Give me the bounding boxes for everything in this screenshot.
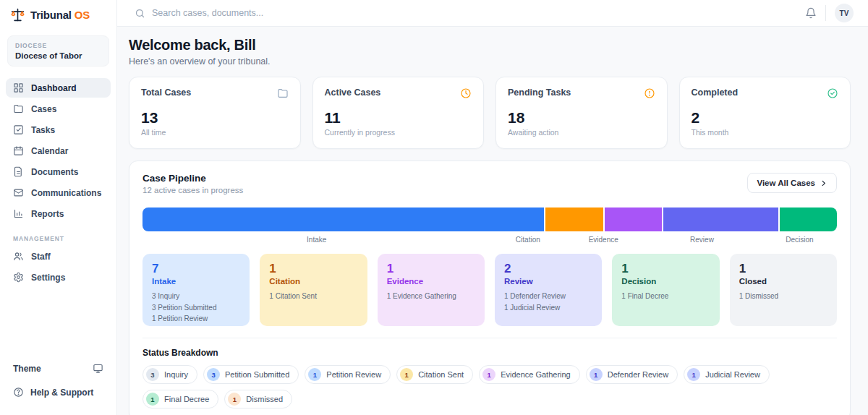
sidebar-item-label: Tasks	[31, 125, 55, 135]
status-count: 1	[308, 368, 321, 381]
stat-value: 11	[325, 109, 472, 127]
stat-card-pending-tasks[interactable]: Pending Tasks 18 Awaiting action	[495, 77, 668, 149]
avatar[interactable]: TV	[835, 4, 854, 22]
sidebar-item-tasks[interactable]: Tasks	[6, 120, 111, 140]
stat-card-total-cases[interactable]: Total Cases 13 All time	[129, 77, 301, 149]
status-label: Inquiry	[164, 370, 188, 379]
sidebar-bottom: Theme Help & Support	[0, 357, 116, 415]
stat-card-completed[interactable]: Completed 2 This month	[679, 77, 851, 149]
pipeline-segment-decision[interactable]	[780, 208, 837, 231]
diocese-name: Diocese of Tabor	[15, 51, 101, 60]
status-badge-petition-submitted[interactable]: 3 Petition Submitted	[203, 365, 299, 384]
notifications-bell-icon[interactable]	[805, 7, 817, 19]
stage-count: 2	[504, 262, 592, 276]
stage-label: Intake	[152, 277, 240, 286]
status-badge-citation-sent[interactable]: 1 Citation Sent	[396, 365, 473, 384]
status-count: 3	[146, 368, 159, 381]
search-input[interactable]	[152, 8, 798, 18]
pipeline-title: Case Pipeline	[142, 173, 243, 184]
help-label: Help & Support	[30, 388, 93, 398]
stage-card-intake[interactable]: 7 Intake 3 Inquiry 3 Petition Submitted …	[142, 254, 250, 326]
stats-row: Total Cases 13 All time Active Cases 11 …	[129, 77, 851, 149]
stat-sub: Awaiting action	[508, 128, 655, 137]
status-badge-petition-review[interactable]: 1 Petition Review	[305, 365, 391, 384]
status-badge-inquiry[interactable]: 3 Inquiry	[142, 365, 197, 384]
segment-label: Decision	[762, 236, 837, 244]
status-badge-final-decree[interactable]: 1 Final Decree	[142, 390, 218, 408]
sidebar-item-communications[interactable]: Communications	[6, 183, 111, 202]
sidebar-item-documents[interactable]: Documents	[6, 162, 111, 181]
status-badge-defender-review[interactable]: 1 Defender Review	[586, 365, 678, 384]
stage-label: Citation	[269, 277, 357, 286]
stat-label: Completed	[692, 87, 739, 98]
help-circle-icon	[13, 387, 24, 398]
stat-card-active-cases[interactable]: Active Cases 11 Currently in progress	[312, 77, 485, 149]
monitor-icon	[93, 363, 103, 374]
sidebar-nav: Dashboard Cases Tasks Calendar Documents…	[0, 77, 116, 225]
sidebar-item-dashboard[interactable]: Dashboard	[6, 78, 111, 98]
view-all-cases-label: View All Cases	[757, 179, 815, 187]
stage-card-citation[interactable]: 1 Citation 1 Citation Sent	[260, 254, 367, 326]
management-nav: Staff Settings	[0, 245, 116, 288]
status-breakdown-title: Status Breakdown	[142, 348, 837, 358]
stat-sub: Currently in progress	[325, 128, 472, 137]
mail-icon	[13, 187, 24, 198]
segment-label: Citation	[492, 236, 563, 244]
alert-circle-icon	[644, 87, 655, 99]
status-badge-evidence-gathering[interactable]: 1 Evidence Gathering	[479, 365, 580, 384]
status-label: Judicial Review	[705, 370, 760, 379]
check-circle-icon	[827, 87, 838, 99]
stat-label: Active Cases	[325, 87, 381, 98]
pipeline-segment-intake[interactable]	[142, 208, 544, 231]
scales-icon	[10, 7, 25, 22]
status-badge-dismissed[interactable]: 1 Dismissed	[224, 390, 292, 408]
pipeline-segment-evidence[interactable]	[605, 208, 662, 231]
dashboard-content: Welcome back, Bill Here's an overview of…	[117, 27, 868, 415]
sidebar-item-label: Cases	[31, 104, 56, 114]
sidebar-item-staff[interactable]: Staff	[6, 247, 111, 266]
pipeline-segment-citation[interactable]	[545, 208, 603, 231]
sidebar-item-reports[interactable]: Reports	[6, 204, 111, 223]
status-label: Defender Review	[608, 370, 668, 379]
page-title: Welcome back, Bill	[129, 37, 851, 54]
users-icon	[13, 251, 24, 262]
help-support-link[interactable]: Help & Support	[0, 380, 116, 405]
folder-icon	[13, 103, 24, 114]
view-all-cases-button[interactable]: View All Cases	[747, 173, 837, 193]
status-label: Petition Submitted	[225, 370, 289, 379]
status-count: 1	[146, 393, 159, 406]
sidebar-item-settings[interactable]: Settings	[6, 268, 111, 287]
divider	[825, 5, 826, 21]
pipeline-segment-review[interactable]	[663, 208, 778, 231]
pipeline-bar-labels: Intake Citation Evidence Review Decision	[142, 236, 837, 244]
brand-logo[interactable]: Tribunal OS	[0, 0, 116, 28]
sidebar-item-calendar[interactable]: Calendar	[6, 141, 111, 161]
sidebar-item-label: Settings	[31, 273, 65, 283]
stage-card-closed[interactable]: 1 Closed 1 Dismissed	[730, 254, 837, 326]
stage-card-evidence[interactable]: 1 Evidence 1 Evidence Gathering	[378, 254, 485, 326]
brand-name: Tribunal OS	[30, 9, 90, 21]
calendar-icon	[13, 145, 24, 156]
bar-chart-icon	[13, 208, 24, 219]
status-badges: 3 Inquiry 3 Petition Submitted 1 Petitio…	[142, 365, 837, 408]
stage-label: Closed	[739, 277, 827, 286]
segment-label: Intake	[142, 236, 490, 244]
stage-card-decision[interactable]: 1 Decision 1 Final Decree	[612, 254, 719, 326]
stage-card-review[interactable]: 2 Review 1 Defender Review 1 Judicial Re…	[495, 254, 602, 326]
stage-count: 1	[739, 262, 827, 276]
sidebar-item-label: Calendar	[31, 146, 68, 156]
sidebar-item-cases[interactable]: Cases	[6, 99, 111, 119]
status-count: 1	[482, 368, 495, 381]
stage-line: 1 Petition Review	[152, 313, 240, 325]
status-badge-judicial-review[interactable]: 1 Judicial Review	[684, 365, 770, 384]
dashboard-icon	[13, 82, 24, 93]
status-label: Dismissed	[246, 395, 283, 403]
status-count: 1	[400, 368, 413, 381]
management-section-label: MANAGEMENT	[0, 225, 116, 245]
search-icon	[135, 8, 145, 19]
stat-value: 13	[141, 109, 289, 127]
main-area: TV Welcome back, Bill Here's an overview…	[117, 0, 868, 415]
stage-cards: 7 Intake 3 Inquiry 3 Petition Submitted …	[142, 254, 837, 326]
theme-toggle[interactable]: Theme	[0, 357, 116, 380]
sidebar: Tribunal OS DIOCESE Diocese of Tabor Das…	[0, 0, 117, 415]
